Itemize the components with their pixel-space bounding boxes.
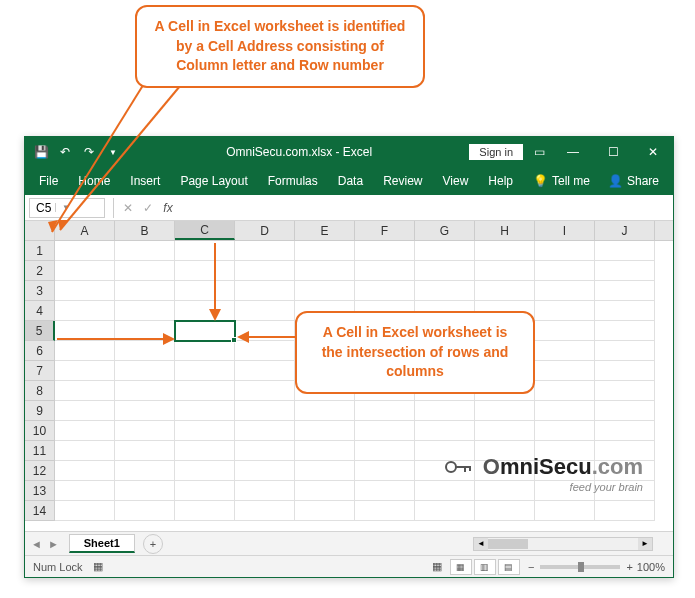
cell-D13[interactable] — [235, 481, 295, 501]
cell-E12[interactable] — [295, 461, 355, 481]
cell-C9[interactable] — [175, 401, 235, 421]
cell-I10[interactable] — [535, 421, 595, 441]
col-header-f[interactable]: F — [355, 221, 415, 240]
cell-I5[interactable] — [535, 321, 595, 341]
cell-E3[interactable] — [295, 281, 355, 301]
cell-C10[interactable] — [175, 421, 235, 441]
formula-input[interactable] — [178, 198, 673, 218]
cell-A4[interactable] — [55, 301, 115, 321]
normal-view-button[interactable]: ▦ — [450, 559, 472, 575]
cell-F1[interactable] — [355, 241, 415, 261]
cell-J9[interactable] — [595, 401, 655, 421]
zoom-in-button[interactable]: + — [626, 561, 632, 573]
cell-A3[interactable] — [55, 281, 115, 301]
cell-D2[interactable] — [235, 261, 295, 281]
cell-I7[interactable] — [535, 361, 595, 381]
cell-J8[interactable] — [595, 381, 655, 401]
cell-F10[interactable] — [355, 421, 415, 441]
zoom-out-button[interactable]: − — [528, 561, 534, 573]
tab-page-layout[interactable]: Page Layout — [170, 167, 257, 195]
cell-F9[interactable] — [355, 401, 415, 421]
tellme-search[interactable]: 💡 Tell me — [525, 174, 598, 188]
cell-E9[interactable] — [295, 401, 355, 421]
cell-C5[interactable] — [175, 321, 235, 341]
horizontal-scrollbar[interactable]: ◄ ► — [473, 537, 653, 551]
row-header-10[interactable]: 10 — [25, 421, 55, 441]
cell-E10[interactable] — [295, 421, 355, 441]
cell-I3[interactable] — [535, 281, 595, 301]
cell-C6[interactable] — [175, 341, 235, 361]
col-header-e[interactable]: E — [295, 221, 355, 240]
cell-D7[interactable] — [235, 361, 295, 381]
scroll-left-icon[interactable]: ◄ — [474, 538, 488, 550]
cell-B3[interactable] — [115, 281, 175, 301]
cell-D9[interactable] — [235, 401, 295, 421]
cell-D8[interactable] — [235, 381, 295, 401]
cell-J1[interactable] — [595, 241, 655, 261]
cell-A7[interactable] — [55, 361, 115, 381]
row-header-5[interactable]: 5 — [25, 321, 55, 341]
cell-B12[interactable] — [115, 461, 175, 481]
fx-icon[interactable]: fx — [158, 201, 178, 215]
display-settings-icon[interactable]: ▦ — [432, 560, 442, 573]
zoom-slider-thumb[interactable] — [578, 562, 584, 572]
cell-B10[interactable] — [115, 421, 175, 441]
cell-H1[interactable] — [475, 241, 535, 261]
cell-H10[interactable] — [475, 421, 535, 441]
tab-help[interactable]: Help — [478, 167, 523, 195]
cell-G14[interactable] — [415, 501, 475, 521]
tab-insert[interactable]: Insert — [120, 167, 170, 195]
cell-B11[interactable] — [115, 441, 175, 461]
cell-B4[interactable] — [115, 301, 175, 321]
sheet-tab-sheet1[interactable]: Sheet1 — [69, 534, 135, 553]
macro-record-icon[interactable]: ▦ — [93, 560, 103, 573]
cell-C7[interactable] — [175, 361, 235, 381]
cell-H2[interactable] — [475, 261, 535, 281]
cell-I4[interactable] — [535, 301, 595, 321]
cell-C11[interactable] — [175, 441, 235, 461]
cell-A14[interactable] — [55, 501, 115, 521]
scrollbar-thumb[interactable] — [488, 539, 528, 549]
cell-A9[interactable] — [55, 401, 115, 421]
cell-J2[interactable] — [595, 261, 655, 281]
cell-H3[interactable] — [475, 281, 535, 301]
cell-D10[interactable] — [235, 421, 295, 441]
sheet-prev-icon[interactable]: ◄ — [31, 538, 42, 550]
cell-G9[interactable] — [415, 401, 475, 421]
tab-review[interactable]: Review — [373, 167, 432, 195]
row-header-2[interactable]: 2 — [25, 261, 55, 281]
cell-D1[interactable] — [235, 241, 295, 261]
row-header-8[interactable]: 8 — [25, 381, 55, 401]
cell-B9[interactable] — [115, 401, 175, 421]
cell-H9[interactable] — [475, 401, 535, 421]
cell-A11[interactable] — [55, 441, 115, 461]
sheet-next-icon[interactable]: ► — [48, 538, 59, 550]
col-header-d[interactable]: D — [235, 221, 295, 240]
save-icon[interactable]: 💾 — [33, 144, 49, 160]
maximize-button[interactable]: ☐ — [593, 137, 633, 167]
tab-home[interactable]: Home — [68, 167, 120, 195]
row-header-13[interactable]: 13 — [25, 481, 55, 501]
cell-J3[interactable] — [595, 281, 655, 301]
col-header-a[interactable]: A — [55, 221, 115, 240]
col-header-h[interactable]: H — [475, 221, 535, 240]
zoom-level[interactable]: 100% — [637, 561, 665, 573]
cell-F14[interactable] — [355, 501, 415, 521]
qat-customize-icon[interactable]: ▼ — [105, 144, 121, 160]
cell-D11[interactable] — [235, 441, 295, 461]
tab-formulas[interactable]: Formulas — [258, 167, 328, 195]
cell-J5[interactable] — [595, 321, 655, 341]
cell-B13[interactable] — [115, 481, 175, 501]
page-layout-view-button[interactable]: ▥ — [474, 559, 496, 575]
row-header-14[interactable]: 14 — [25, 501, 55, 521]
cell-B2[interactable] — [115, 261, 175, 281]
cell-G2[interactable] — [415, 261, 475, 281]
undo-icon[interactable]: ↶ — [57, 144, 73, 160]
col-header-i[interactable]: I — [535, 221, 595, 240]
row-header-9[interactable]: 9 — [25, 401, 55, 421]
cell-E2[interactable] — [295, 261, 355, 281]
name-box[interactable]: C5 ▼ — [29, 198, 105, 218]
cell-J4[interactable] — [595, 301, 655, 321]
tab-data[interactable]: Data — [328, 167, 373, 195]
cell-J7[interactable] — [595, 361, 655, 381]
